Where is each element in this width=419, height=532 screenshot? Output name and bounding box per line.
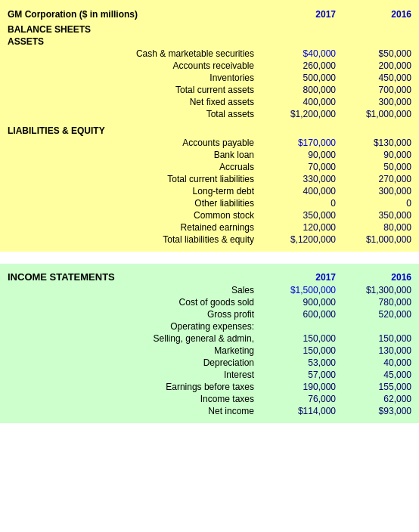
row-val-2017: 260,000 — [260, 60, 336, 71]
row-label: Bank loan — [8, 150, 260, 160]
income-header-row: INCOME STATEMENTS 2017 2016 — [8, 270, 411, 284]
row-val-2016: 450,000 — [336, 73, 411, 83]
row-val-2016: 350,000 — [336, 210, 411, 221]
balance-sheet-section: GM Corporation ($ in millions) 2017 2016… — [0, 0, 419, 252]
row-label: Long-term debt — [8, 186, 260, 196]
row-val-2017: 150,000 — [260, 345, 336, 356]
row-label: Interest — [8, 370, 260, 380]
table-row: Depreciation53,00040,000 — [8, 357, 411, 369]
row-values: 900,000780,000 — [260, 297, 411, 308]
row-label: Common stock — [8, 210, 260, 221]
company-title: GM Corporation ($ in millions) — [8, 9, 138, 20]
row-val-2016: $1,300,000 — [336, 285, 411, 295]
table-row: Inventories500,000450,000 — [8, 72, 411, 84]
row-val-2016: 45,000 — [336, 370, 411, 380]
row-val-2016: 40,000 — [336, 357, 411, 368]
row-values: 260,000200,000 — [260, 60, 411, 71]
row-values: 90,00090,000 — [260, 150, 411, 160]
row-val-2016: 200,000 — [336, 60, 411, 71]
row-val-2017: 53,000 — [260, 357, 336, 368]
balance-year-2017: 2017 — [260, 9, 336, 20]
row-label: Selling, general & admin, — [8, 333, 260, 344]
row-val-2017: 120,000 — [260, 222, 336, 233]
balance-sheet-title: BALANCE SHEETS — [8, 24, 411, 35]
row-val-2017: 90,000 — [260, 150, 336, 160]
row-val-2016: 130,000 — [336, 345, 411, 356]
row-values: $1,200,000$1,000,000 — [260, 109, 411, 119]
row-label: Total assets — [8, 109, 260, 119]
row-values: 800,000700,000 — [260, 85, 411, 95]
row-val-2017: $1,500,000 — [260, 285, 336, 295]
row-val-2016: 780,000 — [336, 297, 411, 308]
row-val-2017: 330,000 — [260, 174, 336, 184]
row-values: 76,00062,000 — [260, 394, 411, 404]
row-val-2016: 155,000 — [336, 382, 411, 392]
table-row: Operating expenses: — [8, 320, 411, 332]
row-values: 70,00050,000 — [260, 162, 411, 172]
table-row: Cash & marketable securities$40,000$50,0… — [8, 48, 411, 60]
row-val-2017: 70,000 — [260, 162, 336, 172]
row-values: 57,00045,000 — [260, 370, 411, 380]
row-label: Depreciation — [8, 357, 260, 368]
row-label: Accounts receivable — [8, 60, 260, 71]
balance-header-row: GM Corporation ($ in millions) 2017 2016 — [8, 6, 411, 21]
table-row: Accounts payable$170,000$130,000 — [8, 137, 411, 149]
row-val-2016: $50,000 — [336, 48, 411, 59]
row-val-2016: 300,000 — [336, 97, 411, 107]
row-label: Other liabilities — [8, 198, 260, 209]
row-label: Net income — [8, 406, 260, 416]
row-label: Total current assets — [8, 85, 260, 95]
income-year-headers: 2017 2016 — [260, 272, 411, 283]
row-val-2016: 150,000 — [336, 333, 411, 344]
table-row: Income taxes76,00062,000 — [8, 393, 411, 405]
row-val-2017: $170,000 — [260, 138, 336, 148]
gap-divider — [0, 256, 419, 264]
table-row: Gross profit600,000520,000 — [8, 308, 411, 320]
row-val-2016: 62,000 — [336, 394, 411, 404]
row-val-2016: 90,000 — [336, 150, 411, 160]
row-values: 330,000270,000 — [260, 174, 411, 184]
row-val-2017: 600,000 — [260, 309, 336, 320]
row-label: Earnings before taxes — [8, 382, 260, 392]
table-row: Cost of goods sold900,000780,000 — [8, 296, 411, 308]
row-val-2017: 400,000 — [260, 186, 336, 196]
row-val-2017: 400,000 — [260, 97, 336, 107]
income-rows: Sales$1,500,000$1,300,000Cost of goods s… — [8, 284, 411, 417]
table-row: Total current assets800,000700,000 — [8, 84, 411, 96]
row-val-2017: $,1200,000 — [260, 234, 336, 245]
table-row: Selling, general & admin,150,000150,000 — [8, 332, 411, 345]
table-row: Accounts receivable260,000200,000 — [8, 60, 411, 72]
row-values: 53,00040,000 — [260, 357, 411, 368]
row-val-2016: 300,000 — [336, 186, 411, 196]
row-val-2017: 900,000 — [260, 297, 336, 308]
row-values: 350,000350,000 — [260, 210, 411, 221]
row-val-2016: 0 — [336, 198, 411, 209]
row-label: Net fixed assets — [8, 97, 260, 107]
row-val-2017: $114,000 — [260, 406, 336, 416]
table-row: Total liabilities & equity$,1200,000$1,0… — [8, 234, 411, 246]
table-row: Total assets$1,200,000$1,000,000 — [8, 108, 411, 120]
table-row: Retained earnings120,00080,000 — [8, 221, 411, 234]
row-val-2016: 80,000 — [336, 222, 411, 233]
table-row: Sales$1,500,000$1,300,000 — [8, 284, 411, 296]
row-val-2017: 150,000 — [260, 333, 336, 344]
row-label: Cash & marketable securities — [8, 48, 260, 59]
liabilities-subtitle: LIABILITIES & EQUITY — [8, 125, 411, 136]
assets-rows: Cash & marketable securities$40,000$50,0… — [8, 48, 411, 120]
row-label: Operating expenses: — [8, 321, 260, 332]
row-label: Inventories — [8, 73, 260, 83]
row-val-2017: 350,000 — [260, 210, 336, 221]
row-values: $40,000$50,000 — [260, 48, 411, 59]
row-val-2016: $1,000,000 — [336, 109, 411, 119]
row-val-2016: 50,000 — [336, 162, 411, 172]
row-label: Total current liabilities — [8, 174, 260, 184]
row-label: Retained earnings — [8, 222, 260, 233]
row-label: Accruals — [8, 162, 260, 172]
balance-year-headers: 2017 2016 — [260, 9, 411, 20]
assets-subtitle: ASSETS — [8, 36, 411, 47]
table-row: Earnings before taxes190,000155,000 — [8, 381, 411, 393]
row-values: 120,00080,000 — [260, 222, 411, 233]
row-val-2017: 0 — [260, 198, 336, 209]
row-val-2016: $130,000 — [336, 138, 411, 148]
table-row: Marketing150,000130,000 — [8, 345, 411, 357]
